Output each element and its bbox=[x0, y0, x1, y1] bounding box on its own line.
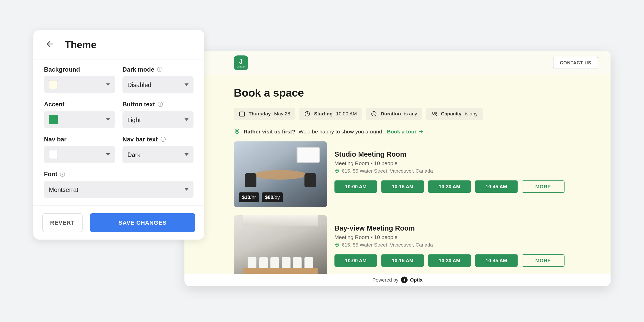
background-select[interactable] bbox=[44, 76, 115, 93]
buttontext-select[interactable]: Light bbox=[122, 111, 193, 128]
svg-rect-8 bbox=[163, 139, 163, 140]
listing-subtitle: Meeting Room • 10 people bbox=[334, 234, 598, 240]
time-slot-button[interactable]: 10:00 AM bbox=[334, 254, 377, 267]
more-slots-button[interactable]: MORE bbox=[522, 254, 565, 267]
darkmode-label: Dark mode bbox=[122, 66, 193, 73]
powered-by: Powered by ✦ Optix bbox=[184, 274, 611, 286]
chevron-down-icon bbox=[106, 118, 110, 121]
svg-point-18 bbox=[337, 170, 338, 171]
more-slots-button[interactable]: MORE bbox=[522, 180, 565, 193]
darkmode-value: Disabled bbox=[127, 81, 151, 88]
time-slot-button[interactable]: 10:15 AM bbox=[381, 180, 424, 193]
filter-duration[interactable]: Duration is any bbox=[366, 108, 422, 120]
navbartext-label: Nav bar text bbox=[122, 135, 193, 142]
svg-point-16 bbox=[435, 112, 436, 114]
listing-image[interactable]: $10/hr $80/dy bbox=[234, 141, 327, 207]
svg-point-10 bbox=[62, 173, 63, 173]
time-slot-button[interactable]: 10:30 AM bbox=[428, 254, 471, 267]
svg-point-4 bbox=[160, 103, 161, 104]
info-icon[interactable] bbox=[160, 136, 166, 142]
font-label: Font bbox=[44, 171, 194, 177]
svg-point-7 bbox=[163, 138, 164, 138]
chevron-down-icon bbox=[106, 83, 110, 86]
info-icon[interactable] bbox=[157, 66, 163, 72]
info-icon[interactable] bbox=[60, 171, 65, 177]
font-select[interactable]: Montserrat bbox=[44, 181, 194, 198]
accent-label: Accent bbox=[44, 101, 115, 108]
listing-card: $10/hr $80/dy Studio Meeting Room Meetin… bbox=[234, 141, 598, 207]
theme-title: Theme bbox=[65, 39, 96, 51]
time-slot-button[interactable]: 10:00 AM bbox=[334, 180, 377, 193]
preview-header: J Juniper CONTACT US bbox=[184, 51, 611, 75]
time-slot-button[interactable]: 10:30 AM bbox=[428, 180, 471, 193]
book-tour-link[interactable]: Book a tour bbox=[387, 128, 424, 134]
listing-address: 615, 55 Water Street, Vancouver, Canada bbox=[334, 242, 598, 248]
svg-rect-5 bbox=[160, 104, 160, 105]
svg-point-17 bbox=[236, 130, 238, 132]
font-value: Montserrat bbox=[49, 186, 78, 193]
background-swatch bbox=[49, 80, 58, 89]
svg-rect-11 bbox=[62, 174, 63, 175]
clock-icon bbox=[371, 111, 377, 117]
calendar-icon bbox=[239, 111, 245, 117]
navbartext-value: Dark bbox=[127, 151, 140, 158]
pin-icon bbox=[334, 168, 340, 174]
darkmode-select[interactable]: Disabled bbox=[122, 76, 193, 93]
price-tags: $10/hr $80/dy bbox=[239, 192, 283, 202]
save-changes-button[interactable]: SAVE CHANGES bbox=[90, 213, 195, 232]
listing-card: Bay-view Meeting Room Meeting Room • 10 … bbox=[234, 215, 598, 274]
brand-initial: J bbox=[239, 58, 243, 64]
info-icon[interactable] bbox=[157, 101, 163, 107]
navbar-swatch bbox=[49, 150, 58, 159]
theme-panel: Theme Background Dark mode Disabled bbox=[33, 30, 204, 239]
clock-icon bbox=[304, 111, 311, 117]
navbar-label: Nav bar bbox=[44, 135, 115, 142]
time-slot-button[interactable]: 10:45 AM bbox=[475, 180, 518, 193]
contact-us-button[interactable]: CONTACT US bbox=[553, 57, 598, 69]
svg-point-19 bbox=[337, 244, 338, 245]
svg-point-15 bbox=[433, 112, 434, 114]
buttontext-value: Light bbox=[127, 116, 141, 123]
tour-callout: Rather visit us first? We'd be happy to … bbox=[234, 128, 598, 135]
listing-address: 615, 55 Water Street, Vancouver, Canada bbox=[334, 168, 598, 174]
accent-select[interactable] bbox=[44, 111, 115, 128]
chevron-down-icon bbox=[184, 118, 189, 121]
listing-subtitle: Meeting Room • 10 people bbox=[334, 160, 598, 166]
svg-rect-2 bbox=[159, 69, 160, 70]
time-slot-button[interactable]: 10:15 AM bbox=[381, 254, 424, 267]
listing-name: Bay-view Meeting Room bbox=[334, 224, 598, 233]
revert-button[interactable]: REVERT bbox=[42, 213, 82, 232]
svg-point-1 bbox=[159, 68, 160, 69]
optix-logo-icon: ✦ bbox=[401, 276, 408, 283]
people-icon bbox=[431, 111, 438, 117]
pin-icon bbox=[234, 128, 241, 135]
svg-rect-12 bbox=[240, 112, 244, 116]
theme-header: Theme bbox=[33, 30, 204, 60]
listing-name: Studio Meeting Room bbox=[334, 150, 598, 159]
accent-swatch bbox=[49, 115, 58, 124]
filter-date[interactable]: Thursday May 28 bbox=[234, 108, 295, 120]
brand-name: Juniper bbox=[237, 65, 245, 68]
filter-starting[interactable]: Starting 10:00 AM bbox=[299, 108, 362, 120]
time-slot-button[interactable]: 10:45 AM bbox=[475, 254, 518, 267]
chevron-down-icon bbox=[184, 153, 189, 156]
filter-capacity[interactable]: Capacity is any bbox=[426, 108, 482, 120]
navbar-select[interactable] bbox=[44, 146, 115, 163]
chevron-down-icon bbox=[184, 188, 189, 191]
chevron-down-icon bbox=[184, 83, 189, 86]
filter-row: Thursday May 28 Starting 10:00 AM Durati… bbox=[234, 108, 598, 120]
pin-icon bbox=[334, 242, 340, 248]
buttontext-label: Button text bbox=[122, 101, 193, 108]
chevron-down-icon bbox=[106, 153, 110, 156]
brand-logo[interactable]: J Juniper bbox=[234, 55, 248, 70]
background-label: Background bbox=[44, 66, 115, 73]
arrow-right-icon bbox=[418, 129, 424, 134]
page-title: Book a space bbox=[234, 87, 598, 99]
navbartext-select[interactable]: Dark bbox=[122, 146, 193, 163]
back-arrow-icon[interactable] bbox=[44, 39, 55, 50]
listing-image[interactable] bbox=[234, 215, 327, 274]
preview-panel: J Juniper CONTACT US Book a space Thursd… bbox=[184, 51, 611, 286]
